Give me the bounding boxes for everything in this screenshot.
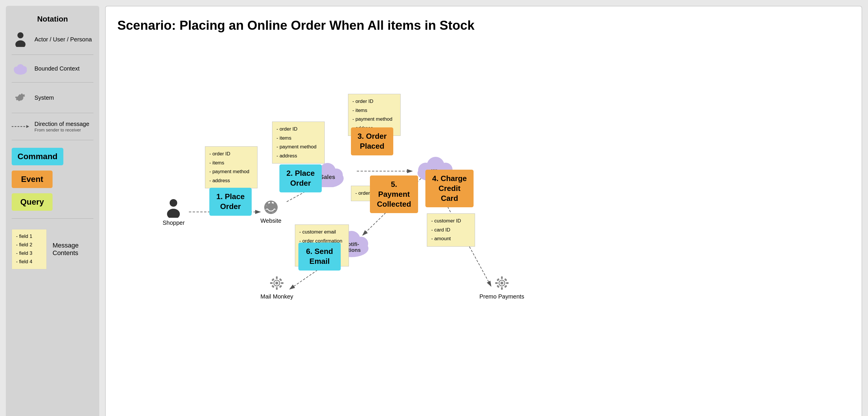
actor-shopper: Shopper [163,199,185,226]
divider-4 [12,140,93,140]
svg-point-39 [500,282,503,284]
legend-title: Notation [12,14,93,24]
actor-icon [12,32,29,47]
evt-charge-card: 4. ChargeCredit Card [425,170,473,207]
legend-actor-row: Actor / User / Persona [12,32,93,47]
diagram-title: Scenario: Placing an Online Order When A… [117,18,850,33]
website-label: Website [260,217,281,224]
message-contents-label: MessageContents [53,242,79,257]
divider-1 [12,55,93,55]
svg-point-0 [18,32,24,38]
mailmonkey-gear-icon [268,275,285,291]
legend-cloud-row: Bounded Context [12,62,93,75]
svg-text:Sales: Sales [320,174,335,180]
svg-rect-31 [276,287,278,290]
cmd-place-order-2[interactable]: 2. PlaceOrder [279,165,322,193]
actor-label: Actor / User / Persona [34,36,92,43]
msg-box-4: - customer ID - card ID - amount [427,213,475,247]
cmd-place-order-1[interactable]: 1. PlaceOrder [209,188,252,216]
legend-system-row: System [12,90,93,105]
legend-msg-box: - field 1 - field 2 - field 3 - field 4 [12,229,47,269]
cmd-send-email[interactable]: 6. SendEmail [299,243,341,271]
cloud-icon [12,62,29,75]
legend-command-row: Command [12,148,93,165]
svg-rect-33 [281,282,283,284]
legend-event-row: Event [12,171,93,188]
direction-label: Direction of message [34,121,89,128]
shopper-person-icon [165,199,182,218]
direction-label-wrap: Direction of message From sender to rece… [34,121,89,132]
svg-rect-44 [496,278,500,281]
system-mailmonkey: Mail Monkey [260,275,293,300]
svg-rect-47 [504,285,507,288]
query-box: Query [12,193,53,211]
legend-arrow-row: Direction of message From sender to rece… [12,121,93,132]
divider-2 [12,82,93,82]
premopayments-label: Premo Payments [479,293,524,300]
svg-point-19 [270,206,272,209]
svg-rect-32 [270,282,273,284]
svg-point-15 [169,199,177,207]
msg-box-2: - order ID - items - payment method - ad… [272,122,325,164]
main-panel: Scenario: Placing an Online Order When A… [105,6,862,416]
svg-rect-45 [504,278,507,281]
divider-5 [12,218,93,219]
evt-order-placed: 3. OrderPlaced [351,128,393,155]
svg-point-1 [16,40,26,47]
diagram-canvas: Shopper Website [117,44,850,409]
svg-rect-30 [276,276,278,279]
svg-rect-36 [272,285,275,288]
gear-icon [12,90,29,105]
svg-rect-34 [272,278,275,281]
svg-rect-21 [270,211,272,214]
legend-message-row: - field 1 - field 2 - field 3 - field 4 … [12,229,93,269]
evt-payment-collected: 5. PaymentCollected [370,175,418,213]
website-gear-icon [262,199,279,216]
svg-rect-22 [264,206,267,208]
legend-query-row: Query [12,193,93,211]
direction-sublabel: From sender to receiver [34,128,89,132]
arrows-svg [117,44,850,409]
svg-point-5 [22,66,27,71]
svg-rect-43 [506,282,508,284]
svg-rect-37 [279,285,282,288]
divider-3 [12,113,93,113]
event-box: Event [12,171,53,188]
svg-rect-35 [279,278,282,281]
svg-rect-46 [496,285,500,288]
svg-rect-23 [275,206,278,208]
svg-marker-7 [26,125,29,128]
command-box: Command [12,148,63,165]
premo-gear-icon [493,275,510,291]
system-label: System [34,95,54,101]
svg-point-29 [275,282,278,284]
svg-point-16 [167,209,180,218]
mailmonkey-label: Mail Monkey [260,293,293,300]
legend-panel: Notation Actor / User / Persona Bounded … [6,6,99,416]
svg-rect-40 [501,276,503,279]
system-premopayments: Premo Payments [479,275,524,300]
dashed-arrow-icon [12,124,29,130]
svg-rect-20 [270,201,272,203]
svg-rect-42 [495,282,498,284]
bounded-context-label: Bounded Context [34,65,80,72]
system-website: Website [260,199,281,224]
msg-box-1: - order ID - items - payment method - ad… [205,146,257,188]
shopper-label: Shopper [163,219,185,226]
svg-rect-41 [501,287,503,290]
